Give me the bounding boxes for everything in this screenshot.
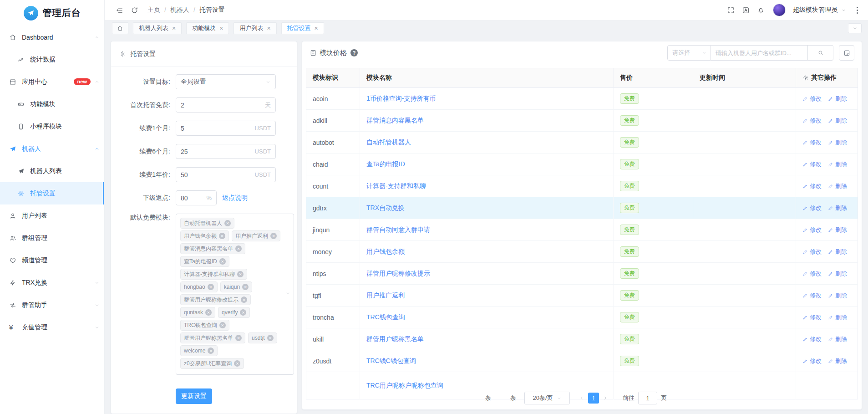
sidebar-item-Dashboard[interactable]: Dashboard bbox=[0, 26, 104, 48]
month6-price-input[interactable] bbox=[181, 148, 255, 155]
tag-remove-icon[interactable]: × bbox=[267, 335, 274, 341]
translate-icon[interactable] bbox=[740, 5, 751, 16]
tag-remove-icon[interactable]: × bbox=[208, 348, 214, 354]
tab-用户列表[interactable]: 用户列表× bbox=[233, 22, 276, 34]
tag-remove-icon[interactable]: × bbox=[237, 271, 244, 277]
sidebar-item-统计数据[interactable]: 统计数据 bbox=[0, 48, 104, 71]
tabs-dropdown-chevron-icon[interactable] bbox=[848, 23, 862, 33]
tab-功能模块[interactable]: 功能模块× bbox=[186, 22, 229, 34]
tab-home[interactable] bbox=[112, 22, 128, 34]
default-modules-multiselect[interactable]: 自动托管机器人×用户钱包余额×用户推广返利×群管消息内容黑名单×查Ta的电报ID… bbox=[176, 214, 294, 375]
module-name-link[interactable]: 查Ta的电报ID bbox=[366, 160, 405, 168]
breadcrumb-robot[interactable]: 机器人 bbox=[170, 6, 189, 14]
search-button[interactable] bbox=[808, 45, 833, 61]
module-name-link[interactable]: 群管消息内容黑名单 bbox=[366, 117, 424, 124]
edit-link[interactable]: 修改 bbox=[802, 95, 822, 103]
edit-link[interactable]: 修改 bbox=[802, 182, 822, 190]
goto-page-input[interactable] bbox=[638, 392, 657, 404]
close-icon[interactable]: × bbox=[315, 25, 318, 31]
close-icon[interactable]: × bbox=[172, 25, 176, 31]
edit-link[interactable]: 修改 bbox=[802, 138, 822, 147]
sidebar-item-机器人[interactable]: 机器人 bbox=[0, 138, 104, 160]
tag-remove-icon[interactable]: × bbox=[235, 245, 242, 252]
tab-机器人列表[interactable]: 机器人列表× bbox=[133, 22, 182, 34]
target-select[interactable]: 全局设置 bbox=[176, 74, 276, 89]
free-days-input[interactable] bbox=[181, 102, 265, 109]
month1-price-input[interactable] bbox=[181, 125, 255, 132]
search-input[interactable] bbox=[711, 45, 808, 61]
user-name[interactable]: 超级模块管理员 bbox=[793, 6, 838, 14]
edit-link[interactable]: 修改 bbox=[802, 226, 822, 234]
module-name-link[interactable]: 1币价格查询-支持所有币 bbox=[366, 95, 436, 102]
prev-page-chevron-icon[interactable] bbox=[577, 395, 586, 401]
delete-link[interactable]: 删除 bbox=[828, 160, 847, 169]
tag-remove-icon[interactable]: × bbox=[205, 309, 212, 316]
edit-link[interactable]: 修改 bbox=[802, 117, 822, 125]
tag-remove-icon[interactable]: × bbox=[219, 233, 225, 239]
question-icon[interactable]: ? bbox=[350, 49, 358, 56]
sidebar-item-频道管理[interactable]: 频道管理 bbox=[0, 249, 104, 271]
user-avatar[interactable] bbox=[773, 4, 786, 16]
sidebar-item-充值管理[interactable]: ¥充值管理 bbox=[0, 316, 104, 338]
year1-price-input[interactable] bbox=[181, 171, 255, 179]
tag-remove-icon[interactable]: × bbox=[208, 284, 214, 290]
edit-link[interactable]: 修改 bbox=[802, 204, 822, 212]
module-name-link[interactable]: 群管用户昵称黑名单 bbox=[366, 335, 424, 342]
delete-link[interactable]: 删除 bbox=[828, 204, 847, 212]
breadcrumb-home[interactable]: 主页 bbox=[147, 6, 160, 14]
tag-remove-icon[interactable]: × bbox=[242, 284, 249, 290]
tag-remove-icon[interactable]: × bbox=[270, 233, 277, 239]
tag-remove-icon[interactable]: × bbox=[219, 322, 226, 328]
edit-link[interactable]: 修改 bbox=[802, 335, 822, 343]
delete-link[interactable]: 删除 bbox=[828, 291, 847, 300]
sidebar-item-用户列表[interactable]: 用户列表 bbox=[0, 204, 104, 227]
page-size-select[interactable]: 20条/页 bbox=[524, 392, 570, 404]
rebate-input[interactable] bbox=[181, 194, 206, 202]
module-name-link[interactable]: 自动托管机器人 bbox=[366, 138, 411, 146]
tab-托管设置[interactable]: 托管设置× bbox=[281, 22, 324, 34]
module-name-link[interactable]: 用户推广返利 bbox=[366, 291, 405, 299]
kebab-menu-icon[interactable] bbox=[854, 6, 860, 15]
delete-link[interactable]: 删除 bbox=[828, 313, 847, 322]
delete-link[interactable]: 删除 bbox=[828, 95, 847, 103]
tag-remove-icon[interactable]: × bbox=[219, 258, 226, 265]
tag-remove-icon[interactable]: × bbox=[240, 309, 246, 316]
module-name-link[interactable]: 计算器-支持群和私聊 bbox=[366, 182, 426, 189]
module-name-link[interactable]: 用户钱包余额 bbox=[366, 248, 405, 255]
sidebar-item-小程序模块[interactable]: 小程序模块 bbox=[0, 115, 104, 138]
panel-edit-button[interactable] bbox=[839, 45, 854, 61]
tag-remove-icon[interactable]: × bbox=[234, 360, 240, 367]
sidebar-item-功能模块[interactable]: 功能模块 bbox=[0, 93, 104, 115]
module-name-link[interactable]: 群管自动同意入群申请 bbox=[366, 226, 430, 233]
close-icon[interactable]: × bbox=[267, 25, 270, 31]
sidebar-item-应用中心[interactable]: 应用中心new bbox=[0, 71, 104, 93]
next-page-chevron-icon[interactable] bbox=[601, 395, 610, 401]
sidebar-item-群管助手[interactable]: 群管助手 bbox=[0, 294, 104, 316]
sidebar-item-托管设置[interactable]: 托管设置 bbox=[0, 182, 104, 204]
delete-link[interactable]: 删除 bbox=[828, 248, 847, 256]
tag-remove-icon[interactable]: × bbox=[235, 335, 242, 341]
delete-link[interactable]: 删除 bbox=[828, 270, 847, 278]
delete-link[interactable]: 删除 bbox=[828, 182, 847, 190]
current-page-button[interactable]: 1 bbox=[588, 393, 599, 404]
sidebar-item-TRX兑换[interactable]: TRX兑换 bbox=[0, 271, 104, 294]
edit-link[interactable]: 修改 bbox=[802, 248, 822, 256]
tag-remove-icon[interactable]: × bbox=[241, 296, 247, 303]
tag-remove-icon[interactable]: × bbox=[224, 220, 231, 226]
delete-link[interactable]: 删除 bbox=[828, 335, 847, 343]
module-name-link[interactable]: TRX自动兑换 bbox=[366, 204, 405, 211]
edit-link[interactable]: 修改 bbox=[802, 160, 822, 169]
delete-link[interactable]: 删除 bbox=[828, 226, 847, 234]
module-name-link[interactable]: TRC用户昵称户昵称包查询 bbox=[366, 382, 443, 389]
fullscreen-icon[interactable] bbox=[725, 5, 736, 16]
sidebar-fold-icon[interactable] bbox=[114, 5, 125, 16]
edit-link[interactable]: 修改 bbox=[802, 270, 822, 278]
module-name-link[interactable]: TRC钱C钱包查询 bbox=[366, 357, 416, 364]
delete-link[interactable]: 删除 bbox=[828, 138, 847, 147]
user-menu-chevron-down-icon[interactable] bbox=[841, 8, 846, 13]
delete-link[interactable]: 删除 bbox=[828, 117, 847, 125]
delete-link[interactable]: 删除 bbox=[828, 357, 847, 365]
edit-link[interactable]: 修改 bbox=[802, 357, 822, 365]
bell-icon[interactable] bbox=[755, 5, 766, 16]
update-settings-button[interactable]: 更新设置 bbox=[176, 388, 212, 404]
